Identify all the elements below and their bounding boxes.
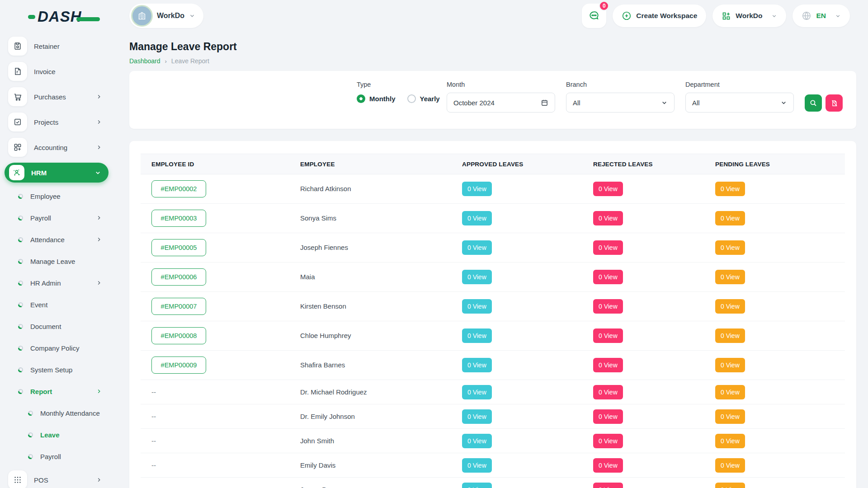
employee-id-button[interactable]: #EMP00009 <box>151 357 206 374</box>
rejected-leaves-view-badge[interactable]: 0 View <box>593 182 623 196</box>
approved-leaves-view-badge[interactable]: 0 View <box>462 385 492 399</box>
logo-text: DASH <box>38 8 82 25</box>
top-right-actions: 0 Create Workspace WorkDo EN <box>582 4 850 28</box>
dash-logo[interactable]: DASH <box>28 8 100 25</box>
approved-leaves-view-badge[interactable]: 0 View <box>462 483 492 488</box>
sidebar-item-label: Document <box>30 323 61 330</box>
sidebar-item-monthly-attendance[interactable]: Monthly Attendance <box>0 402 113 424</box>
branch-filter-group: Branch All <box>566 81 675 113</box>
employee-id-button[interactable]: #EMP00006 <box>151 268 206 286</box>
employee-id-button[interactable]: #EMP00005 <box>151 239 206 256</box>
approved-leaves-view-badge[interactable]: 0 View <box>462 240 492 255</box>
sidebar-item-system-setup[interactable]: System Setup <box>0 359 113 380</box>
pending-leaves-view-badge[interactable]: 0 View <box>715 328 745 343</box>
reset-filter-button[interactable] <box>826 94 843 112</box>
pos-grid-icon <box>8 470 27 488</box>
rejected-leaves-view-badge[interactable]: 0 View <box>593 483 623 488</box>
workspace-switcher-button[interactable]: WorkDo <box>712 5 786 27</box>
sidebar-item-manage-leave[interactable]: Manage Leave <box>0 250 113 272</box>
top-bar: DASH WorkDo 0 Create Workspace WorkDo <box>0 0 868 32</box>
sidebar-item-hr-admin[interactable]: HR Admin <box>0 272 113 294</box>
sidebar-item-employee[interactable]: Employee <box>0 185 113 207</box>
approved-leaves-view-badge[interactable]: 0 View <box>462 434 492 448</box>
pending-leaves-view-badge[interactable]: 0 View <box>715 270 745 284</box>
rejected-leaves-view-badge[interactable]: 0 View <box>593 211 623 225</box>
pending-leaves-view-badge[interactable]: 0 View <box>715 385 745 399</box>
rejected-leaves-view-badge[interactable]: 0 View <box>593 240 623 255</box>
sidebar-item-event[interactable]: Event <box>0 294 113 315</box>
rejected-leaves-view-badge[interactable]: 0 View <box>593 299 623 314</box>
sidebar-item-accounting[interactable]: Accounting <box>0 135 113 160</box>
approved-leaves-view-badge[interactable]: 0 View <box>462 458 492 473</box>
rejected-leaves-view-badge[interactable]: 0 View <box>593 458 623 473</box>
approved-leaves-view-badge[interactable]: 0 View <box>462 358 492 372</box>
sidebar-item-payroll[interactable]: Payroll <box>0 446 113 467</box>
sidebar-item-leave[interactable]: Leave <box>0 424 113 446</box>
employee-id-button[interactable]: #EMP00002 <box>151 180 206 197</box>
sidebar-item-label: HR Admin <box>30 279 61 287</box>
calendar-icon <box>541 99 548 107</box>
column-header-rejected-leaves: REJECTED LEAVES <box>582 161 704 168</box>
pending-leaves-view-badge[interactable]: 0 View <box>715 434 745 448</box>
workspace-selector[interactable]: WorkDo <box>129 4 203 28</box>
rejected-leaves-view-badge[interactable]: 0 View <box>593 270 623 284</box>
breadcrumb-dashboard-link[interactable]: Dashboard <box>129 57 160 65</box>
sidebar-item-payroll[interactable]: Payroll <box>0 207 113 229</box>
chevron-right-icon <box>96 215 102 221</box>
sidebar-item-document[interactable]: Document <box>0 315 113 337</box>
create-workspace-button[interactable]: Create Workspace <box>613 5 706 27</box>
grid-plus-icon <box>722 11 731 21</box>
bullet-icon <box>18 367 23 372</box>
department-select[interactable]: All <box>685 93 794 113</box>
sidebar-item-projects[interactable]: Projects <box>0 109 113 135</box>
sidebar-item-label: Employee <box>30 192 61 200</box>
month-date-input[interactable]: October 2024 <box>447 93 555 113</box>
employee-id-empty: -- <box>151 388 156 396</box>
sidebar-item-pos[interactable]: POS <box>0 467 113 488</box>
messenger-button[interactable]: 0 <box>582 4 606 28</box>
pending-leaves-view-badge[interactable]: 0 View <box>715 211 745 225</box>
search-button[interactable] <box>805 94 822 112</box>
branch-label: Branch <box>566 81 675 88</box>
branch-select[interactable]: All <box>566 93 675 113</box>
sidebar-item-invoice[interactable]: Invoice <box>0 59 113 84</box>
rejected-leaves-view-badge[interactable]: 0 View <box>593 434 623 448</box>
sidebar-item-company-policy[interactable]: Company Policy <box>0 337 113 359</box>
rejected-leaves-view-badge[interactable]: 0 View <box>593 328 623 343</box>
employee-id-button[interactable]: #EMP00003 <box>151 210 206 227</box>
radio-yearly-label: Yearly <box>420 95 440 103</box>
pending-leaves-view-badge[interactable]: 0 View <box>715 299 745 314</box>
rejected-leaves-view-badge[interactable]: 0 View <box>593 358 623 372</box>
employee-id-button[interactable]: #EMP00008 <box>151 327 206 344</box>
pending-leaves-view-badge[interactable]: 0 View <box>715 182 745 196</box>
radio-monthly[interactable]: Monthly <box>357 94 396 103</box>
rejected-leaves-view-badge[interactable]: 0 View <box>593 409 623 424</box>
sidebar-item-purchases[interactable]: Purchases <box>0 84 113 109</box>
sidebar-item-retainer[interactable]: Retainer <box>0 33 113 59</box>
messenger-count-badge: 0 <box>599 1 609 11</box>
approved-leaves-view-badge[interactable]: 0 View <box>462 409 492 424</box>
sidebar-item-label: Manage Leave <box>30 258 75 265</box>
table-row: --Dr. Emily Johnson0 View0 View0 View <box>141 404 845 429</box>
pending-leaves-view-badge[interactable]: 0 View <box>715 240 745 255</box>
pending-leaves-view-badge[interactable]: 0 View <box>715 358 745 372</box>
employee-id-button[interactable]: #EMP00007 <box>151 298 206 315</box>
pending-leaves-view-badge[interactable]: 0 View <box>715 483 745 488</box>
sidebar-item-hrm[interactable]: HRM <box>5 163 108 183</box>
rejected-leaves-view-badge[interactable]: 0 View <box>593 385 623 399</box>
sidebar-item-report[interactable]: Report <box>0 380 113 402</box>
language-selector[interactable]: EN <box>793 5 850 27</box>
sidebar-item-attendance[interactable]: Attendance <box>0 229 113 250</box>
pending-leaves-view-badge[interactable]: 0 View <box>715 458 745 473</box>
employee-id-empty: -- <box>151 461 156 469</box>
approved-leaves-view-badge[interactable]: 0 View <box>462 182 492 196</box>
approved-leaves-view-badge[interactable]: 0 View <box>462 211 492 225</box>
approved-leaves-view-badge[interactable]: 0 View <box>462 328 492 343</box>
column-header-approved-leaves: APPROVED LEAVES <box>451 161 582 168</box>
chevron-down-icon <box>835 13 841 19</box>
approved-leaves-view-badge[interactable]: 0 View <box>462 270 492 284</box>
sidebar-item-label: Event <box>30 301 47 309</box>
pending-leaves-view-badge[interactable]: 0 View <box>715 409 745 424</box>
radio-yearly[interactable]: Yearly <box>407 94 440 103</box>
approved-leaves-view-badge[interactable]: 0 View <box>462 299 492 314</box>
